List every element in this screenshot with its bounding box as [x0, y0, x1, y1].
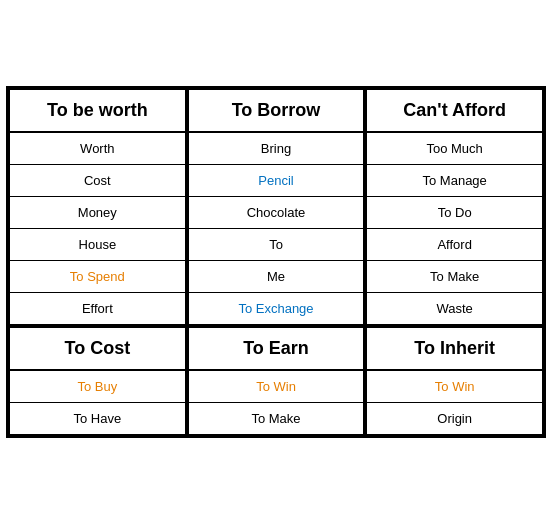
card-item-to-cost-0[interactable]: To Buy: [10, 371, 185, 403]
card-item-to-inherit-0[interactable]: To Win: [367, 371, 542, 403]
card-item-to-be-worth-0[interactable]: Worth: [10, 133, 185, 165]
card-header-cant-afford: Can't Afford: [367, 90, 542, 133]
card-header-to-inherit: To Inherit: [367, 328, 542, 371]
card-item-to-borrow-3[interactable]: To: [189, 229, 364, 261]
card-item-to-borrow-4[interactable]: Me: [189, 261, 364, 293]
card-item-cant-afford-5[interactable]: Waste: [367, 293, 542, 324]
card-to-be-worth: To be worthWorthCostMoneyHouseTo SpendEf…: [8, 88, 187, 326]
card-item-to-be-worth-2[interactable]: Money: [10, 197, 185, 229]
card-header-to-borrow: To Borrow: [189, 90, 364, 133]
card-item-to-earn-0[interactable]: To Win: [189, 371, 364, 403]
card-item-to-be-worth-4[interactable]: To Spend: [10, 261, 185, 293]
card-item-to-earn-1[interactable]: To Make: [189, 403, 364, 434]
card-item-to-borrow-1[interactable]: Pencil: [189, 165, 364, 197]
card-item-to-borrow-2[interactable]: Chocolate: [189, 197, 364, 229]
card-item-to-be-worth-5[interactable]: Effort: [10, 293, 185, 324]
card-item-to-borrow-0[interactable]: Bring: [189, 133, 364, 165]
card-item-cant-afford-0[interactable]: Too Much: [367, 133, 542, 165]
card-item-to-inherit-1[interactable]: Origin: [367, 403, 542, 434]
card-to-borrow: To BorrowBringPencilChocolateToMeTo Exch…: [187, 88, 366, 326]
card-item-cant-afford-1[interactable]: To Manage: [367, 165, 542, 197]
card-item-cant-afford-2[interactable]: To Do: [367, 197, 542, 229]
card-item-to-cost-1[interactable]: To Have: [10, 403, 185, 434]
card-to-inherit: To InheritTo WinOrigin: [365, 326, 544, 436]
card-item-to-borrow-5[interactable]: To Exchange: [189, 293, 364, 324]
card-cant-afford: Can't AffordToo MuchTo ManageTo DoAfford…: [365, 88, 544, 326]
card-item-to-be-worth-3[interactable]: House: [10, 229, 185, 261]
card-item-cant-afford-3[interactable]: Afford: [367, 229, 542, 261]
card-header-to-earn: To Earn: [189, 328, 364, 371]
card-item-to-be-worth-1[interactable]: Cost: [10, 165, 185, 197]
main-grid: To be worthWorthCostMoneyHouseTo SpendEf…: [6, 86, 546, 438]
card-to-cost: To CostTo BuyTo Have: [8, 326, 187, 436]
card-header-to-cost: To Cost: [10, 328, 185, 371]
card-header-to-be-worth: To be worth: [10, 90, 185, 133]
card-item-cant-afford-4[interactable]: To Make: [367, 261, 542, 293]
card-to-earn: To EarnTo WinTo Make: [187, 326, 366, 436]
